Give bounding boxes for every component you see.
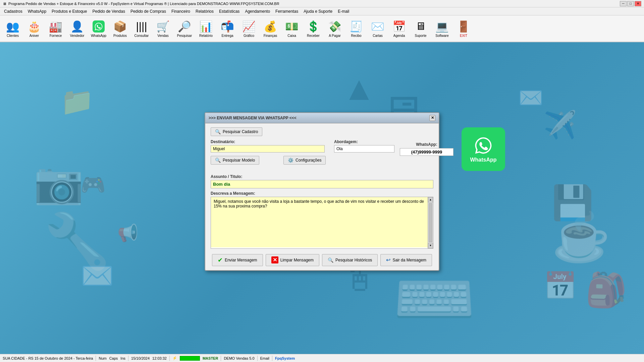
menubar: Cadastros WhatsApp Produtos e Estoque Pe… <box>0 7 644 15</box>
menu-agendamento[interactable]: Agendamento <box>242 8 273 14</box>
caps-indicator: Caps <box>109 356 118 360</box>
whatsapp-logo-text: WhatsApp <box>470 157 496 163</box>
x-red-icon: ✕ <box>271 256 278 263</box>
toolbar-aniver[interactable]: 🎂 Aniver <box>24 17 44 40</box>
dialog-titlebar: >>> ENVIAR MENSAGEM VIA WHATSAPP <<< ✕ <box>205 113 439 123</box>
search-icon: 🔍 <box>215 129 221 134</box>
close-button[interactable]: ✕ <box>635 1 641 6</box>
limpar-mensagem-button[interactable]: ✕ Limpar Mensagem <box>266 254 319 266</box>
titlebar-text: Programa Pedido de Vendas + Estoque & Fi… <box>8 2 620 6</box>
search-cadastro-button[interactable]: 🔍 Pesquisar Cadastro <box>211 127 262 136</box>
toolbar-receber[interactable]: 💲 Receber <box>303 17 323 40</box>
maximize-button[interactable]: □ <box>627 1 634 6</box>
master-label: MASTER <box>203 356 218 360</box>
products-icon: 📦 <box>113 20 127 33</box>
dialog-footer: ✔ Enviar Mensagem ✕ Limpar Mensagem 🔍 Pe… <box>211 253 433 266</box>
exit-arrow-icon: ↩ <box>386 257 390 263</box>
toolbar-vendas[interactable]: 🛒 Vendas <box>153 17 173 40</box>
abordagem-label: Abordagem: <box>334 139 394 144</box>
abordagem-input[interactable] <box>334 145 394 153</box>
num-indicator: Num <box>99 356 106 360</box>
people-icon: 👥 <box>6 20 19 33</box>
menu-estatisticas[interactable]: Estatísticas <box>216 8 242 14</box>
toolbar-recibo[interactable]: 🧾 Recibo <box>346 17 366 40</box>
toolbar-produtos[interactable]: 📦 Produtos <box>110 17 130 40</box>
pay-icon: 💸 <box>328 20 341 33</box>
scrollbar-down-button[interactable]: ▼ <box>428 243 433 248</box>
toolbar-whatsapp[interactable]: WhatsApp <box>89 17 109 40</box>
toolbar-software[interactable]: 💻 Software <box>432 17 452 40</box>
toolbar-clientes[interactable]: 👥 Clientes <box>3 17 23 40</box>
whatsapp-number-label: WhatsApp: <box>416 142 437 147</box>
software-icon: 💻 <box>435 20 449 33</box>
whatsapp-logo: WhatsApp <box>462 127 505 171</box>
background-area: 📁 📷 🔧 ✉️ 📢 🎮 ▲ 🖥 📱 ⌨️ 🖱 ✉️ ✈️ 💾 ☕ 🎒 📅 >>… <box>0 42 644 354</box>
configuracoes-button[interactable]: ⚙️ Configurações <box>283 156 326 165</box>
support-icon: 🖥 <box>414 20 427 33</box>
dialog-close-button[interactable]: ✕ <box>429 115 435 121</box>
scrollbar-vertical[interactable]: ▲ ▼ <box>428 197 433 248</box>
menu-ajuda[interactable]: Ajuda e Suporte <box>301 8 335 14</box>
toolbar-entrega[interactable]: 📬 Entrega <box>217 17 237 40</box>
menu-email[interactable]: E-mail <box>335 8 352 14</box>
chart-icon: 📈 <box>242 20 256 33</box>
menu-pedido-vendas[interactable]: Pedido de Vendas <box>90 8 127 14</box>
toolbar-financas[interactable]: 💰 Finanças <box>260 17 280 40</box>
titlebar: 🖥 Programa Pedido de Vendas + Estoque & … <box>0 0 644 7</box>
menu-pedido-compras[interactable]: Pedido de Compras <box>128 8 169 14</box>
battery-icon: ⚡ <box>172 356 177 360</box>
toolbar-suporte[interactable]: 🖥 Suporte <box>411 17 431 40</box>
gear-config-icon: ⚙️ <box>288 158 293 163</box>
scrollbar-up-button[interactable]: ▲ <box>428 197 433 202</box>
toolbar-caixa[interactable]: 💵 Caixa <box>282 17 302 40</box>
dialog-title: >>> ENVIAR MENSAGEM VIA WHATSAPP <<< <box>209 116 297 120</box>
mensagem-textarea[interactable]: Miguel, notamos que você não visita a lo… <box>211 197 433 247</box>
menu-relatorios[interactable]: Relatórios <box>193 8 216 14</box>
mensagem-label: Descreva a Mensagem: <box>211 191 255 196</box>
barcode-icon: |||| <box>135 20 148 33</box>
pesquisar-historicos-button[interactable]: 🔍 Pesquisar Históricos <box>322 254 378 266</box>
destinatario-label: Destinatário: <box>211 139 325 144</box>
dialog-overlay: >>> ENVIAR MENSAGEM VIA WHATSAPP <<< ✕ 🔍… <box>0 42 644 354</box>
mensagem-section: Descreva a Mensagem: Miguel, notamos que… <box>211 191 433 249</box>
assunto-section: Assunto / Titulo: <box>211 174 433 188</box>
window-controls: ─ □ ✕ <box>620 1 641 6</box>
toolbar-exit[interactable]: 🚪 EXIT <box>453 17 474 40</box>
toolbar-agenda[interactable]: 📅 Agenda <box>389 17 409 40</box>
assunto-input[interactable] <box>211 180 433 188</box>
search-magnify-icon: 🔎 <box>178 20 191 33</box>
search-modelo-icon: 🔍 <box>215 158 221 163</box>
toolbar-a-pagar[interactable]: 💸 A Pagar <box>325 17 345 40</box>
demo-label: DEMO Vendas 5.0 <box>224 356 254 360</box>
status-green-bar <box>180 356 200 361</box>
search-hist-icon: 🔍 <box>328 257 333 263</box>
scrollbar-thumb[interactable] <box>429 203 432 242</box>
status-divider-6 <box>272 356 272 361</box>
sair-mensagem-button[interactable]: ↩ Sair da Mensagem <box>380 254 432 266</box>
cart-icon: 🛒 <box>156 20 170 33</box>
toolbar-vendedor[interactable]: 👤 Vendedor <box>67 17 87 40</box>
search-modelo-button[interactable]: 🔍 Pesquisar Modelo <box>211 156 259 165</box>
menu-financeiro[interactable]: Financeiro <box>169 8 193 14</box>
toolbar-pesquisar[interactable]: 🔎 Pesquisar <box>174 17 195 40</box>
toolbar: 👥 Clientes 🎂 Aniver 🏭 Fornece 👤 Vendedor… <box>0 15 644 42</box>
dialog-body: 🔍 Pesquisar Cadastro Destinatário: <box>205 123 439 270</box>
menu-cadastros[interactable]: Cadastros <box>1 8 25 14</box>
vendor-icon: 👤 <box>70 20 84 33</box>
supplier-icon: 🏭 <box>49 20 62 33</box>
toolbar-grafico[interactable]: 📈 Gráfico <box>239 17 259 40</box>
destinatario-input[interactable] <box>211 145 325 153</box>
toolbar-relatorio[interactable]: 📊 Relatório <box>196 17 216 40</box>
minimize-button[interactable]: ─ <box>620 1 627 6</box>
menu-produtos-estoque[interactable]: Produtos e Estoque <box>49 8 90 14</box>
toolbar-fornece[interactable]: 🏭 Fornece <box>46 17 66 40</box>
menu-ferramentas[interactable]: Ferramentas <box>273 8 301 14</box>
toolbar-cartas[interactable]: ✉️ Cartas <box>368 17 388 40</box>
exit-icon: 🚪 <box>457 20 470 33</box>
toolbar-consultar[interactable]: |||| Consultar <box>131 17 152 40</box>
enviar-mensagem-button[interactable]: ✔ Enviar Mensagem <box>212 254 263 266</box>
menu-whatsapp[interactable]: WhatsApp <box>25 8 49 14</box>
whatsapp-toolbar-icon <box>92 20 105 33</box>
status-date: 15/10/2024 <box>131 356 150 360</box>
statusbar: SUA CIDADE - RS 15 de Outubro de 2024 - … <box>0 354 644 362</box>
